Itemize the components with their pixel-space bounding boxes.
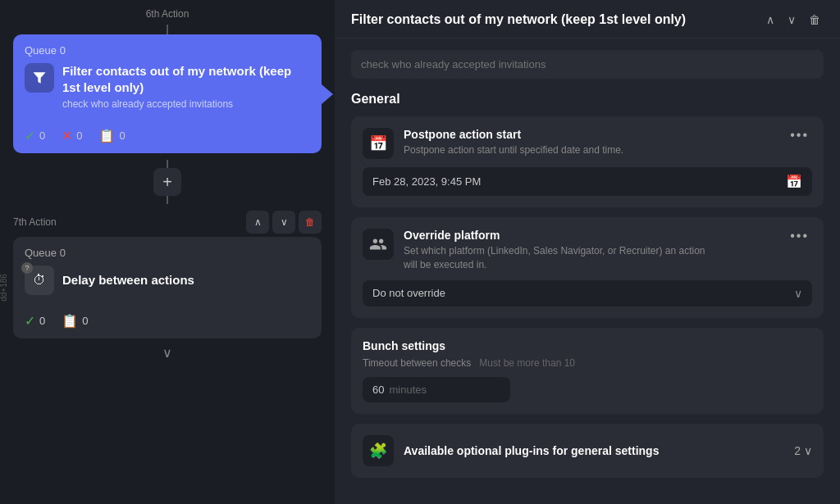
queue-label-top: Queue 0	[25, 44, 310, 57]
postpone-icon: 📅	[363, 128, 394, 159]
check-icon: ✓	[25, 128, 35, 143]
plugins-icon: 🧩	[363, 435, 394, 466]
question-badge: ?	[21, 262, 33, 274]
seventh-action-label: 7th Action	[13, 216, 57, 228]
minutes-value: 60	[372, 384, 384, 396]
override-select-row[interactable]: Do not override ∨	[363, 280, 812, 306]
connector-line-top	[167, 25, 168, 34]
delay-card-body: ? ⏱ Delay between actions	[25, 266, 310, 295]
card-body-filter: Filter contacts out of my network (keep …	[25, 63, 310, 110]
delay-skip-stat: 📋 0	[62, 313, 88, 329]
active-arrow	[322, 84, 333, 104]
general-section-title: General	[351, 92, 824, 107]
notes-input[interactable]	[351, 50, 824, 79]
plugins-title: Available optional plug-ins for general …	[404, 444, 784, 457]
bottom-arrow: ∨	[0, 338, 335, 367]
header-delete-button[interactable]: 🗑	[806, 11, 824, 28]
header-controls: ∧ ∨ 🗑	[763, 11, 824, 28]
override-card-left: Override platform Set which platform (Li…	[363, 229, 715, 272]
filter-stats: ✓ 0 ✕ 0 📋 0	[25, 120, 310, 143]
move-up-button[interactable]: ∧	[246, 211, 269, 234]
delay-success-stat: ✓ 0	[25, 313, 45, 329]
minutes-input-row[interactable]: 60 minutes	[363, 377, 510, 402]
minutes-unit: minutes	[389, 384, 427, 396]
postpone-card: 📅 Postpone action start Postpone action …	[351, 116, 824, 207]
header-up-button[interactable]: ∧	[763, 11, 778, 28]
override-card: Override platform Set which platform (Li…	[351, 217, 824, 318]
connector-bottom-add	[167, 196, 168, 204]
bunch-title: Bunch settings	[363, 339, 812, 352]
success-stat: ✓ 0	[25, 128, 45, 143]
header-down-button[interactable]: ∨	[784, 11, 799, 28]
override-card-header: Override platform Set which platform (Li…	[363, 229, 812, 272]
right-header: Filter contacts out of my network (keep …	[335, 0, 840, 39]
add-button-wrap: +	[0, 153, 335, 211]
delete-action-button[interactable]: 🗑	[299, 211, 322, 234]
delay-skip-icon: 📋	[62, 313, 78, 329]
add-action-button[interactable]: +	[153, 168, 181, 196]
filter-text: Filter contacts out of my network (keep …	[62, 63, 310, 110]
date-value: Feb 28, 2023, 9:45 PM	[372, 175, 786, 188]
postpone-card-left: 📅 Postpone action start Postpone action …	[363, 128, 623, 159]
postpone-card-header: 📅 Postpone action start Postpone action …	[363, 128, 812, 159]
queue-label-delay: Queue 0	[25, 247, 310, 259]
delay-check-icon: ✓	[25, 313, 35, 329]
override-select-value: Do not override	[372, 287, 794, 299]
bunch-settings-section: Bunch settings Timeout between checks Mu…	[351, 328, 824, 414]
postpone-more-button[interactable]: •••	[787, 128, 812, 143]
override-desc: Set which platform (LinkedIn, Sales Navi…	[404, 244, 715, 272]
cross-icon: ✕	[62, 128, 72, 143]
seventh-action-header: 7th Action ∧ ∨ 🗑	[0, 211, 335, 237]
must-be-label: Must be more than 10	[479, 357, 575, 369]
plugins-count: 2 ∨	[794, 444, 812, 457]
filter-subtitle: check who already accepted invitations	[62, 98, 310, 110]
override-more-button[interactable]: •••	[787, 229, 812, 243]
timeout-label: Timeout between checks	[363, 357, 471, 369]
override-icon	[363, 229, 394, 260]
delay-stats: ✓ 0 📋 0	[25, 305, 310, 329]
override-chevron-icon: ∨	[794, 287, 802, 300]
filter-title: Filter contacts out of my network (keep …	[62, 63, 310, 95]
override-title: Override platform	[404, 229, 715, 242]
postpone-desc: Postpone action start until specified da…	[404, 143, 623, 157]
plugins-row[interactable]: 🧩 Available optional plug-ins for genera…	[351, 424, 824, 478]
skip-icon: 📋	[98, 128, 115, 143]
side-label: dd+186	[0, 274, 8, 302]
calendar-icon: 📅	[786, 174, 802, 189]
postpone-text: Postpone action start Postpone action st…	[404, 128, 623, 157]
move-down-button[interactable]: ∨	[272, 211, 295, 234]
delay-card[interactable]: Queue 0 ? ⏱ Delay between actions ✓ 0 📋 …	[13, 237, 322, 338]
override-text: Override platform Set which platform (Li…	[404, 229, 715, 272]
postpone-title: Postpone action start	[404, 128, 623, 141]
fail-stat: ✕ 0	[62, 128, 82, 143]
action-controls: ∧ ∨ 🗑	[246, 211, 322, 234]
filter-icon	[25, 63, 54, 93]
sixth-action-label: 6th Action	[0, 0, 335, 25]
filter-contacts-card[interactable]: Queue 0 Filter contacts out of my networ…	[13, 34, 322, 153]
delay-title: Delay between actions	[62, 272, 194, 288]
right-panel: Filter contacts out of my network (keep …	[335, 0, 840, 504]
skip-stat: 📋 0	[98, 128, 125, 143]
left-panel: 6th Action Queue 0 Filter contacts out o…	[0, 0, 335, 504]
date-input-row[interactable]: Feb 28, 2023, 9:45 PM 📅	[363, 167, 812, 196]
right-content: General 📅 Postpone action start Postpone…	[335, 39, 840, 504]
delay-icon-wrap: ? ⏱	[25, 266, 54, 295]
bunch-subtitle: Timeout between checks Must be more than…	[363, 357, 812, 369]
right-title: Filter contacts out of my network (keep …	[351, 12, 763, 27]
connector-top-add	[167, 160, 168, 168]
plugins-chevron-icon: ∨	[804, 444, 812, 457]
